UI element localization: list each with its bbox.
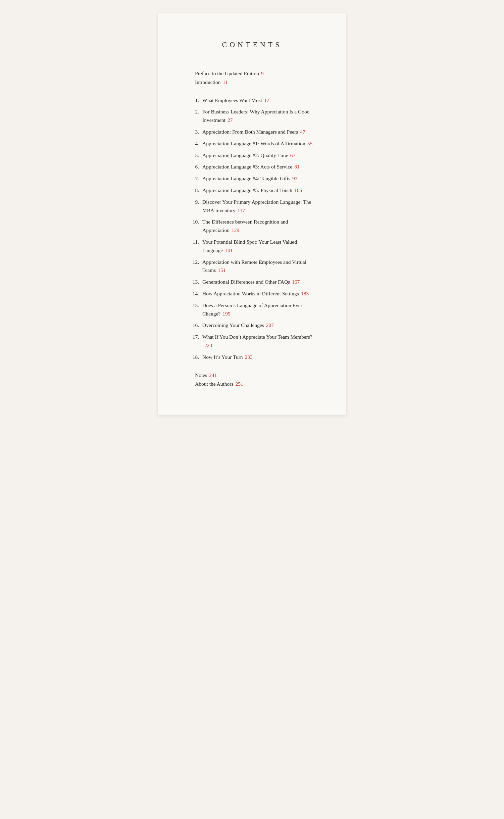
toc-number-11: 11. [188,238,199,246]
authors-page: 251 [236,381,243,387]
toc-list: 1. What Employees Want Most17 2. For Bus… [188,96,316,362]
toc-item-2: 2. For Business Leaders: Why Appreciatio… [188,108,316,125]
toc-item-18: 18. Now It’s Your Turn233 [188,353,316,362]
notes-section: Notes241 About the Authors251 [188,371,316,389]
introduction-entry: Introduction11 [195,78,316,87]
toc-item-14: 14. How Appreciation Works in Different … [188,290,316,298]
preface-section: Preface to the Updated Edition9 Introduc… [188,69,316,87]
toc-text-6: Appreciation Language #3: Acts of Servic… [202,163,316,171]
toc-text-13: Generational Differences and Other FAQs1… [202,278,316,286]
toc-text-15: Does a Person’s Language of Appreciation… [202,301,316,318]
toc-text-7: Appreciation Language #4: Tangible Gifts… [202,175,316,183]
toc-item-11: 11. Your Potential Blind Spot: Your Leas… [188,238,316,255]
notes-entry: Notes241 [195,371,316,380]
toc-number-1: 1. [188,96,199,105]
toc-text-4: Appreciation Language #1: Words of Affir… [202,140,316,148]
toc-number-15: 15. [188,301,199,310]
toc-item-8: 8. Appreciation Language #5: Physical To… [188,186,316,195]
toc-item-9: 9. Discover Your Primary Appreciation La… [188,198,316,215]
toc-text-8: Appreciation Language #5: Physical Touch… [202,186,316,195]
toc-text-12: Appreciation with Remote Employees and V… [202,258,316,275]
page-title: CONTENTS [188,40,316,49]
preface-entry-1: Preface to the Updated Edition9 [195,69,316,78]
toc-number-2: 2. [188,108,199,116]
notes-text: Notes [195,372,207,378]
toc-number-4: 4. [188,140,199,148]
toc-item-3: 3. Appreciation: From Both Managers and … [188,128,316,136]
toc-text-14: How Appreciation Works in Different Sett… [202,290,316,298]
toc-item-7: 7. Appreciation Language #4: Tangible Gi… [188,175,316,183]
toc-item-15: 15. Does a Person’s Language of Apprecia… [188,301,316,318]
toc-text-16: Overcoming Your Challenges207 [202,321,316,330]
toc-number-8: 8. [188,186,199,195]
toc-number-18: 18. [188,353,199,362]
toc-number-5: 5. [188,151,199,160]
toc-item-12: 12. Appreciation with Remote Employees a… [188,258,316,275]
toc-text-3: Appreciation: From Both Managers and Pee… [202,128,316,136]
toc-text-2: For Business Leaders: Why Appreciation I… [202,108,316,125]
toc-number-16: 16. [188,321,199,330]
introduction-text: Introduction [195,79,221,85]
toc-text-1: What Employees Want Most17 [202,96,316,105]
notes-page: 241 [209,372,217,378]
toc-item-4: 4. Appreciation Language #1: Words of Af… [188,140,316,148]
toc-item-13: 13. Generational Differences and Other F… [188,278,316,286]
toc-number-17: 17. [188,333,199,341]
toc-number-12: 12. [188,258,199,267]
toc-number-14: 14. [188,290,199,298]
contents-page: CONTENTS Preface to the Updated Edition9… [158,13,346,415]
authors-entry: About the Authors251 [195,380,316,388]
toc-number-6: 6. [188,163,199,171]
toc-text-5: Appreciation Language #2: Quality Time67 [202,151,316,160]
toc-number-7: 7. [188,175,199,183]
preface-page-1: 9 [261,70,264,76]
authors-text: About the Authors [195,381,234,387]
toc-number-9: 9. [188,198,199,206]
preface-text-1: Preface to the Updated Edition [195,70,259,76]
introduction-page: 11 [223,79,228,85]
toc-item-5: 5. Appreciation Language #2: Quality Tim… [188,151,316,160]
toc-number-3: 3. [188,128,199,136]
toc-item-10: 10. The Difference between Recognition a… [188,218,316,235]
toc-number-13: 13. [188,278,199,286]
toc-text-17: What If You Don’t Appreciate Your Team M… [202,333,316,350]
toc-text-11: Your Potential Blind Spot: Your Least Va… [202,238,316,255]
toc-text-10: The Difference between Recognition and A… [202,218,316,235]
toc-text-18: Now It’s Your Turn233 [202,353,316,362]
toc-text-9: Discover Your Primary Appreciation Langu… [202,198,316,215]
toc-number-10: 10. [188,218,199,226]
toc-item-6: 6. Appreciation Language #3: Acts of Ser… [188,163,316,171]
toc-item-16: 16. Overcoming Your Challenges207 [188,321,316,330]
toc-item-17: 17. What If You Don’t Appreciate Your Te… [188,333,316,350]
toc-item-1: 1. What Employees Want Most17 [188,96,316,105]
